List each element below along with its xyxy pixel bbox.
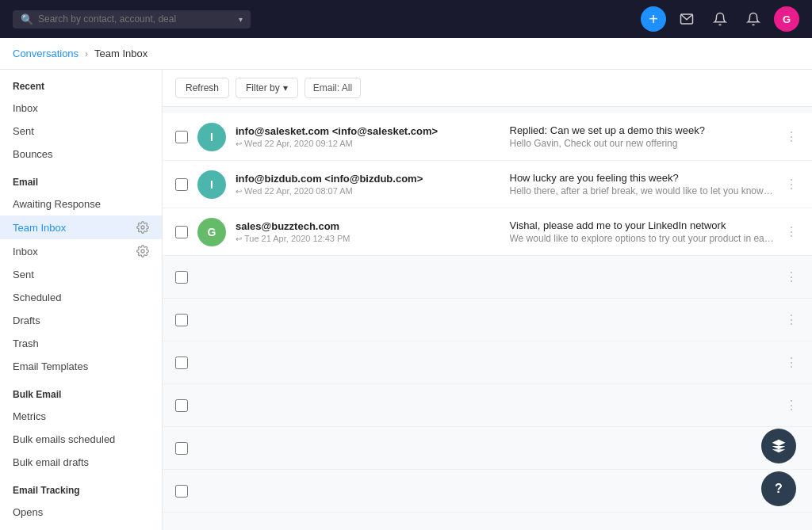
sidebar-item-opens[interactable]: Opens (0, 501, 162, 524)
bell-icon[interactable] (741, 6, 766, 32)
sidebar-section-bulk-email: Bulk Email (0, 378, 162, 405)
breadcrumb-conversations-link[interactable]: Conversations (13, 48, 79, 59)
sidebar-item-label: Sent (13, 125, 149, 137)
email-subject-info: Replied: Can we set up a demo this week?… (510, 124, 775, 149)
email-checkbox[interactable] (175, 178, 188, 191)
sidebar-item-awaiting-response[interactable]: Awaiting Response (0, 193, 162, 215)
gear-icon[interactable] (136, 221, 149, 234)
filter-button[interactable]: Filter by ▾ (236, 78, 298, 98)
table-row: ⋮ (163, 427, 812, 470)
email-actions-menu[interactable]: ⋮ (783, 398, 799, 413)
sidebar-item-trash[interactable]: Trash (0, 332, 162, 355)
email-actions-menu[interactable]: ⋮ (783, 224, 799, 239)
email-sender-info: sales@buzztech.com ↩ Tue 21 Apr, 2020 12… (236, 220, 500, 243)
email-checkbox[interactable] (175, 442, 188, 455)
email-sender-info: info@bizdub.com <info@bizdub.com> ↩ Wed … (236, 173, 500, 196)
sidebar-item-recent-sent[interactable]: Sent (0, 120, 162, 143)
breadcrumb: Conversations › Team Inbox (0, 38, 812, 70)
sidebar-item-label: Inbox (13, 102, 149, 114)
email-sender-info: info@salesket.com <info@salesket.com> ↩ … (236, 125, 500, 148)
email-actions-menu[interactable]: ⋮ (783, 312, 799, 327)
table-row: ⋮ (163, 256, 812, 299)
email-date: ↩ Tue 21 Apr, 2020 12:43 PM (236, 234, 500, 243)
toolbar: Refresh Filter by ▾ Email: All (163, 70, 812, 107)
refresh-button[interactable]: Refresh (175, 78, 229, 98)
svg-point-1 (141, 226, 144, 229)
search-input[interactable] (38, 13, 234, 25)
email-date: ↩ Wed 22 Apr, 2020 09:12 AM (236, 139, 500, 148)
svg-point-2 (141, 250, 144, 253)
avatar: I (197, 170, 226, 199)
sidebar-item-scheduled[interactable]: Scheduled (0, 286, 162, 309)
sidebar-item-label: Opens (13, 506, 149, 518)
sidebar-item-label: Drafts (13, 315, 149, 326)
email-checkbox[interactable] (175, 485, 188, 498)
search-bar[interactable]: 🔍 ▾ (13, 10, 251, 29)
breadcrumb-separator: › (85, 48, 88, 59)
filter-label: Filter by (246, 82, 280, 93)
user-avatar[interactable]: G (774, 6, 799, 32)
sidebar-item-label: Bulk emails scheduled (13, 433, 149, 445)
sidebar-section-email-tracking: Email Tracking (0, 474, 162, 501)
email-nav-icon[interactable] (674, 6, 699, 32)
email-checkbox[interactable] (175, 226, 188, 238)
sidebar-item-bulk-scheduled[interactable]: Bulk emails scheduled (0, 428, 162, 451)
sidebar-item-email-templates[interactable]: Email Templates (0, 355, 162, 378)
dropdown-arrow-icon[interactable]: ▾ (239, 15, 243, 24)
sidebar-item-bulk-drafts[interactable]: Bulk email drafts (0, 451, 162, 474)
notifications-icon[interactable] (707, 6, 733, 32)
email-subject-info: How lucky are you feeling this week? Hel… (510, 172, 775, 196)
email-actions-menu[interactable]: ⋮ (783, 269, 799, 284)
email-checkbox[interactable] (175, 271, 188, 284)
floating-buttons: ? (761, 429, 796, 506)
email-from: info@salesket.com <info@salesket.com> (236, 125, 500, 137)
email-preview: Hello there, after a brief break, we wou… (510, 185, 775, 196)
notification-float-button[interactable] (761, 429, 796, 463)
gear-icon[interactable] (136, 245, 149, 257)
sidebar-item-label: Sent (13, 269, 149, 280)
sidebar-item-team-inbox[interactable]: Team Inbox (0, 215, 162, 239)
sidebar-item-label: Inbox (13, 246, 132, 257)
sidebar-item-recent-inbox[interactable]: Inbox (0, 97, 162, 120)
table-row: ⋮ (163, 299, 812, 341)
sidebar-item-inbox[interactable]: Inbox (0, 239, 162, 263)
email-subject: Vishal, please add me to your LinkedIn n… (510, 219, 775, 231)
table-row: ⋮ (163, 470, 812, 513)
help-float-button[interactable]: ? (761, 471, 796, 506)
sidebar-item-label: Metrics (13, 410, 149, 422)
sidebar-item-drafts[interactable]: Drafts (0, 309, 162, 332)
sidebar-item-sent[interactable]: Sent (0, 263, 162, 286)
sidebar-item-clicks[interactable]: Clicks (0, 524, 162, 530)
email-checkbox[interactable] (175, 357, 188, 369)
table-row[interactable]: G sales@buzztech.com ↩ Tue 21 Apr, 2020 … (163, 208, 812, 256)
breadcrumb-current-page: Team Inbox (94, 48, 147, 59)
email-checkbox[interactable] (175, 131, 188, 143)
sidebar-section-email: Email (0, 166, 162, 193)
sidebar-item-recent-bounces[interactable]: Bounces (0, 143, 162, 166)
sidebar-item-label: Trash (13, 337, 149, 349)
content-area: Refresh Filter by ▾ Email: All I info@sa… (163, 70, 812, 530)
email-actions-menu[interactable]: ⋮ (783, 355, 799, 370)
email-list: I info@salesket.com <info@salesket.com> … (163, 107, 812, 530)
filter-dropdown-icon: ▾ (283, 82, 288, 93)
email-date: ↩ Wed 22 Apr, 2020 08:07 AM (236, 186, 500, 196)
table-row[interactable]: I info@salesket.com <info@salesket.com> … (163, 113, 812, 161)
email-from: info@bizdub.com <info@bizdub.com> (236, 173, 500, 185)
table-row[interactable]: I info@bizdub.com <info@bizdub.com> ↩ We… (163, 161, 812, 208)
add-button[interactable]: + (641, 6, 666, 32)
email-checkbox[interactable] (175, 399, 188, 412)
table-row: ⋮ (163, 384, 812, 427)
email-subject: Replied: Can we set up a demo this week? (510, 124, 775, 136)
email-filter-badge: Email: All (304, 78, 361, 98)
sidebar-item-metrics[interactable]: Metrics (0, 405, 162, 428)
avatar: G (197, 218, 226, 246)
main-layout: Recent Inbox Sent Bounces Email Awaiting… (0, 70, 812, 530)
sidebar-item-label: Awaiting Response (13, 198, 149, 210)
email-actions-menu[interactable]: ⋮ (783, 129, 799, 144)
email-preview: We would like to explore options to try … (510, 233, 775, 244)
email-checkbox[interactable] (175, 314, 188, 326)
sidebar-item-label: Bulk email drafts (13, 456, 149, 468)
email-subject-info: Vishal, please add me to your LinkedIn n… (510, 219, 775, 244)
table-row: ⋮ (163, 341, 812, 384)
email-actions-menu[interactable]: ⋮ (783, 177, 799, 192)
